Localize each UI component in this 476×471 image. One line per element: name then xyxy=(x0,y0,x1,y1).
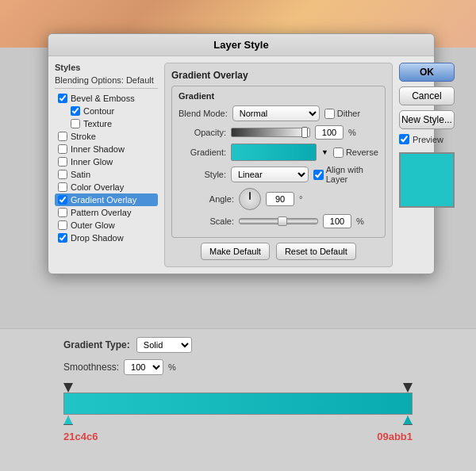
drop-shadow-checkbox[interactable] xyxy=(58,233,67,243)
preview-checkbox[interactable] xyxy=(399,134,409,144)
gradient-overlay-checkbox[interactable] xyxy=(58,195,67,205)
angle-row: Angle: ° xyxy=(178,188,378,210)
sidebar-item-outer-glow[interactable]: Outer Glow xyxy=(55,219,158,232)
blending-options-label: Blending Options: Default xyxy=(55,75,158,89)
sidebar-item-contour[interactable]: Contour xyxy=(67,105,158,117)
opacity-label: Opacity: xyxy=(178,128,226,137)
gradient-section: Gradient Blend Mode: Normal Multiply Scr… xyxy=(171,86,386,238)
sidebar-item-bevel-emboss[interactable]: Bevel & Emboss xyxy=(55,92,158,105)
smoothness-select[interactable]: 100 xyxy=(124,359,163,375)
gradient-type-label: Gradient Type: xyxy=(63,339,130,350)
inner-glow-checkbox[interactable] xyxy=(58,157,67,167)
sidebar-item-satin[interactable]: Satin xyxy=(55,168,158,181)
preview-checkbox-label[interactable]: Preview xyxy=(399,134,455,144)
color-stop-right[interactable] xyxy=(403,415,413,425)
angle-input[interactable] xyxy=(266,192,294,206)
sidebar-item-color-overlay[interactable]: Color Overlay xyxy=(55,181,158,193)
style-select[interactable]: Linear Radial Angle xyxy=(231,167,309,182)
color-labels: 21c4c6 09abb1 xyxy=(63,431,413,442)
scale-row: Scale: % xyxy=(178,214,378,228)
scale-input[interactable] xyxy=(323,214,351,228)
opacity-row: Opacity: % xyxy=(178,125,378,140)
color-overlay-checkbox[interactable] xyxy=(58,182,67,192)
color-label-right: 09abb1 xyxy=(377,431,413,442)
layer-style-dialog: Layer Style Styles Blending Options: Def… xyxy=(48,33,435,274)
angle-dial[interactable] xyxy=(239,188,261,210)
bevel-emboss-checkbox[interactable] xyxy=(58,94,67,103)
gradient-preview[interactable] xyxy=(231,144,317,161)
style-row: Style: Linear Radial Angle Align with La… xyxy=(178,165,378,184)
outer-glow-label: Outer Glow xyxy=(71,220,115,230)
reverse-checkbox-label[interactable]: Reverse xyxy=(333,147,378,158)
opacity-percent: % xyxy=(348,128,356,137)
ok-button[interactable]: OK xyxy=(399,63,455,82)
gradient-label: Gradient: xyxy=(178,147,226,157)
gradient-row: Gradient: ▼ Reverse xyxy=(178,144,378,161)
new-style-button[interactable]: New Style... xyxy=(399,110,455,129)
gradient-bar[interactable] xyxy=(63,392,413,415)
stroke-checkbox[interactable] xyxy=(58,132,67,141)
opacity-stop-left[interactable] xyxy=(63,383,73,392)
scale-label: Scale: xyxy=(178,216,234,226)
texture-label: Texture xyxy=(83,119,112,128)
satin-checkbox[interactable] xyxy=(58,170,67,179)
sidebar-item-inner-shadow[interactable]: Inner Shadow xyxy=(55,143,158,155)
settings-buttons-row: Make Default Reset to Default xyxy=(171,243,386,260)
sidebar-item-drop-shadow[interactable]: Drop Shadow xyxy=(55,232,158,244)
sidebar-item-texture[interactable]: Texture xyxy=(67,117,158,130)
opacity-slider-thumb[interactable] xyxy=(301,127,308,138)
action-panel: OK Cancel New Style... Preview xyxy=(399,63,455,267)
inner-glow-label: Inner Glow xyxy=(71,157,113,167)
inner-shadow-checkbox[interactable] xyxy=(58,144,67,154)
reverse-checkbox[interactable] xyxy=(333,147,344,158)
texture-checkbox[interactable] xyxy=(71,119,80,128)
sidebar-item-inner-glow[interactable]: Inner Glow xyxy=(55,155,158,168)
gradient-editor-header: Gradient Type: Solid Noise xyxy=(63,337,413,353)
blend-mode-label: Blend Mode: xyxy=(178,109,228,118)
align-layer-label[interactable]: Align with Layer xyxy=(313,165,378,184)
bevel-emboss-label: Bevel & Emboss xyxy=(71,94,135,103)
opacity-stops-top xyxy=(63,383,413,392)
dither-checkbox-label[interactable]: Dither xyxy=(324,109,360,119)
scale-slider-thumb[interactable] xyxy=(278,216,287,226)
opacity-stop-right[interactable] xyxy=(403,383,413,392)
align-layer-checkbox[interactable] xyxy=(313,170,324,180)
stroke-label: Stroke xyxy=(71,132,96,141)
reset-to-default-button[interactable]: Reset to Default xyxy=(276,243,356,260)
contour-checkbox[interactable] xyxy=(71,106,80,116)
opacity-slider-container xyxy=(231,128,310,137)
styles-panel: Styles Blending Options: Default Bevel &… xyxy=(55,63,158,267)
drop-shadow-label: Drop Shadow xyxy=(71,233,124,243)
blend-mode-select[interactable]: Normal Multiply Screen xyxy=(232,105,320,121)
gradient-dropdown-arrow[interactable]: ▼ xyxy=(321,148,328,156)
blend-mode-row: Blend Mode: Normal Multiply Screen Dithe… xyxy=(178,105,378,121)
gradient-section-title: Gradient xyxy=(178,91,378,101)
gradient-overlay-label: Gradient Overlay xyxy=(71,195,136,205)
gradient-type-select[interactable]: Solid Noise xyxy=(136,337,192,353)
smoothness-label: Smoothness: xyxy=(63,362,119,373)
settings-panel: Gradient Overlay Gradient Blend Mode: No… xyxy=(164,63,393,267)
angle-unit: ° xyxy=(299,194,302,204)
smoothness-percent: % xyxy=(168,362,176,372)
scale-slider-track[interactable] xyxy=(239,218,318,224)
sidebar-item-pattern-overlay[interactable]: Pattern Overlay xyxy=(55,206,158,219)
outer-glow-checkbox[interactable] xyxy=(58,220,67,230)
preview-box xyxy=(399,152,455,208)
color-label-left: 21c4c6 xyxy=(63,431,98,442)
reverse-label: Reverse xyxy=(346,147,378,157)
satin-label: Satin xyxy=(71,170,90,179)
opacity-input[interactable] xyxy=(315,125,344,140)
color-stop-left[interactable] xyxy=(63,415,73,425)
styles-panel-title: Styles xyxy=(55,63,158,72)
angle-label: Angle: xyxy=(178,194,234,204)
dither-checkbox[interactable] xyxy=(324,109,335,119)
gradient-bar-container xyxy=(63,383,413,426)
cancel-button[interactable]: Cancel xyxy=(399,86,455,105)
pattern-overlay-checkbox[interactable] xyxy=(58,208,67,217)
sidebar-item-stroke[interactable]: Stroke xyxy=(55,130,158,143)
make-default-button[interactable]: Make Default xyxy=(201,243,270,260)
sidebar-item-gradient-overlay[interactable]: Gradient Overlay xyxy=(55,193,158,206)
preview-label-text: Preview xyxy=(413,135,443,144)
align-layer-text: Align with Layer xyxy=(326,165,378,184)
opacity-slider-track[interactable] xyxy=(231,128,310,137)
